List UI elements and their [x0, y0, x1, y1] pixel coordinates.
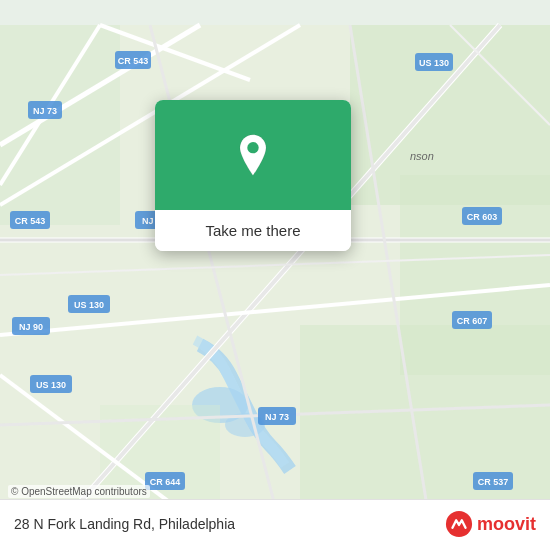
svg-text:CR 607: CR 607 — [457, 316, 488, 326]
svg-text:CR 537: CR 537 — [478, 477, 509, 487]
popup-green-area — [155, 100, 351, 210]
svg-text:US 130: US 130 — [419, 58, 449, 68]
svg-text:CR 603: CR 603 — [467, 212, 498, 222]
copyright-text: © OpenStreetMap contributors — [8, 485, 150, 498]
svg-text:CR 543: CR 543 — [118, 56, 149, 66]
svg-text:US 130: US 130 — [36, 380, 66, 390]
svg-point-53 — [247, 142, 258, 153]
moovit-brand-text: moovit — [477, 514, 536, 535]
map-container: CR 543 US 130 NJ 73 CR CR 543 NJ 73 CR 6… — [0, 0, 550, 550]
bottom-bar: 28 N Fork Landing Rd, Philadelphia moovi… — [0, 499, 550, 550]
svg-text:NJ 90: NJ 90 — [19, 322, 43, 332]
popup-card: Take me there — [155, 100, 351, 251]
moovit-logo: moovit — [445, 510, 536, 538]
svg-text:US 130: US 130 — [74, 300, 104, 310]
take-me-there-button[interactable]: Take me there — [155, 210, 351, 251]
address-text: 28 N Fork Landing Rd, Philadelphia — [14, 516, 235, 532]
moovit-icon — [445, 510, 473, 538]
svg-text:NJ 73: NJ 73 — [33, 106, 57, 116]
svg-text:NJ 73: NJ 73 — [265, 412, 289, 422]
svg-text:nson: nson — [410, 150, 434, 162]
svg-text:CR 543: CR 543 — [15, 216, 46, 226]
location-pin-icon — [231, 133, 275, 177]
svg-text:CR 644: CR 644 — [150, 477, 181, 487]
map-background: CR 543 US 130 NJ 73 CR CR 543 NJ 73 CR 6… — [0, 0, 550, 550]
